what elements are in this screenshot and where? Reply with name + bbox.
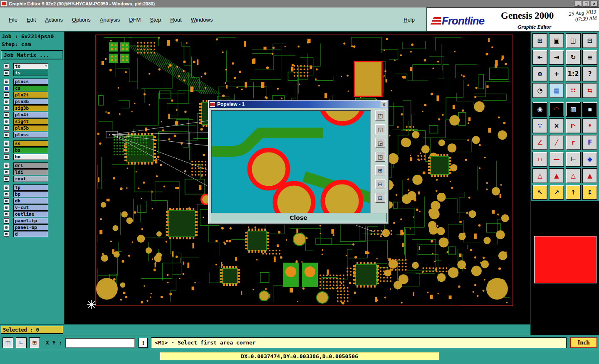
angle-snap-icon[interactable]: ∟ (16, 337, 27, 348)
measure-radius-pt-icon[interactable]: r· (566, 118, 581, 133)
menu-item-help[interactable]: Help (399, 15, 422, 25)
menu-item-step[interactable]: Step (145, 15, 166, 25)
tile-windows-icon[interactable]: ◫ (566, 33, 581, 48)
layer-name-pln2t[interactable]: pln2t (13, 92, 48, 98)
select-arrow-up-icon[interactable]: ↑ (566, 185, 581, 200)
popview-pan-right-icon[interactable]: ⊞ (375, 165, 385, 175)
pan-left-icon[interactable]: ⇤ (532, 50, 547, 65)
zoom-previous-icon[interactable]: ↻ (566, 50, 581, 65)
layer-visibility-checkbox[interactable] (4, 212, 9, 217)
dfm-triangle-2-icon[interactable]: ▲ (549, 168, 564, 183)
dimension-icon[interactable]: ⊢ (566, 152, 581, 167)
swap-layers-icon[interactable]: ⇆ (582, 83, 597, 98)
clear-selection-icon[interactable]: × (549, 118, 564, 133)
measure-angle-icon[interactable]: ∠ (532, 135, 547, 150)
layer-name-outline[interactable]: outline (13, 211, 48, 217)
layer-visibility-checkbox[interactable] (4, 64, 9, 69)
layer-visibility-checkbox[interactable] (4, 148, 9, 153)
new-view-icon[interactable]: ⊞ (532, 33, 547, 48)
dfm-triangle-1-icon[interactable]: △ (532, 168, 547, 183)
layer-name-plnss[interactable]: plnss (13, 132, 48, 138)
minimize-button[interactable]: _ (575, 1, 582, 7)
menu-item-rout[interactable]: Rout (166, 15, 186, 25)
job-matrix-button[interactable]: Job Matrix ... (1, 50, 63, 59)
redraw-gauge-icon[interactable]: ◔ (532, 83, 547, 98)
menu-item-dfm[interactable]: DFM (124, 15, 145, 25)
net-points-icon[interactable]: ∵ (532, 118, 547, 133)
layer-name-d[interactable]: d (13, 231, 48, 237)
grid-snap-icon[interactable]: ⊞ (29, 337, 40, 348)
layer-visibility-checkbox[interactable] (4, 86, 9, 91)
layer-visibility-checkbox[interactable] (4, 163, 9, 168)
measure-dash-icon[interactable]: — (549, 152, 564, 167)
dfm-triangle-3-icon[interactable]: △ (566, 168, 581, 183)
highlight-pads-icon[interactable]: ∷ (566, 83, 581, 98)
menu-item-analysis[interactable]: Analysis (95, 15, 124, 25)
popview-pan-left-icon[interactable]: ◳ (375, 152, 385, 162)
layer-visibility-checkbox[interactable] (4, 99, 9, 104)
select-arrow-ne-icon[interactable]: ↗ (549, 185, 564, 200)
help-mode-icon[interactable]: ? (582, 66, 597, 81)
measure-point-icon[interactable]: • (582, 118, 597, 133)
close-button[interactable]: × (591, 1, 598, 7)
menu-item-options[interactable]: Options (67, 15, 95, 25)
layer-name-to[interactable]: to✎ (13, 63, 48, 69)
layer-name-sig4t[interactable]: sig4t (13, 118, 48, 125)
layer-visibility-checkbox[interactable] (4, 132, 9, 138)
measure-radius-icon[interactable]: r (566, 135, 581, 150)
layer-name-ts[interactable]: ts (13, 70, 48, 76)
layer-name-tp[interactable]: tp (13, 184, 48, 191)
layer-visibility-checkbox[interactable] (4, 141, 9, 146)
layer-name-ldi[interactable]: ldi (13, 169, 48, 175)
hatch-fill-icon[interactable]: ▥ (566, 102, 581, 117)
zoom-center-icon[interactable]: ⊕ (532, 66, 547, 81)
zoom-1-2-icon[interactable]: 1:2 (566, 66, 581, 81)
menu-item-edit[interactable]: Edit (22, 15, 40, 25)
alert-button[interactable]: ! (139, 338, 148, 348)
layer-visibility-checkbox[interactable] (4, 154, 9, 160)
split-view-icon[interactable]: ⊟ (582, 33, 597, 48)
menu-item-actions[interactable]: Actions (40, 15, 67, 25)
function-icon[interactable]: F (582, 135, 597, 150)
units-button[interactable]: Inch (570, 337, 597, 348)
dfm-triangle-4-icon[interactable]: ▲ (582, 168, 597, 183)
layer-name-sig3b[interactable]: sig3b (13, 105, 48, 111)
layer-name-bs[interactable]: bs (13, 147, 48, 153)
layer-visibility-checkbox[interactable] (4, 176, 9, 182)
popview-new-window-icon[interactable]: ◰ (375, 111, 385, 121)
popview-canvas[interactable] (211, 110, 371, 214)
pad-dot-icon[interactable]: ▪ (582, 102, 597, 117)
layer-name-pln3b[interactable]: pln3b (13, 98, 48, 105)
layer-name-panel-tp[interactable]: panel-tp (13, 218, 48, 224)
xy-input[interactable] (65, 338, 135, 348)
maximize-button[interactable]: □ (583, 1, 590, 7)
layer-name-drl[interactable]: drl (13, 162, 48, 169)
layer-visibility-checkbox[interactable] (4, 112, 9, 118)
popview-pan-up-icon[interactable]: ◱ (375, 124, 385, 134)
layer-visibility-checkbox[interactable] (4, 106, 9, 111)
layer-visibility-checkbox[interactable] (4, 198, 9, 204)
marker-box-icon[interactable]: ▫ (532, 152, 547, 167)
pan-right-icon[interactable]: ⇥ (549, 50, 564, 65)
popview-zoom-icon[interactable]: ⊟ (375, 179, 385, 189)
arc-mode-icon[interactable]: ◠ (549, 102, 564, 117)
layer-name-plncs[interactable]: plncs (13, 79, 48, 85)
menu-item-windows[interactable]: Windows (186, 15, 218, 25)
pcb-canvas[interactable]: Popview - 1 × ◰◱◲◳⊞⊟⊡ Close (64, 32, 530, 324)
popview-fit-icon[interactable]: ⊡ (375, 193, 385, 203)
layer-name-cs[interactable]: cs (13, 85, 48, 91)
overlay-layers-icon[interactable]: ≡ (582, 50, 597, 65)
menu-item-file[interactable]: File (4, 15, 22, 25)
layer-visibility-checkbox[interactable] (4, 119, 9, 124)
layer-visibility-checkbox[interactable] (4, 231, 9, 237)
layer-name-panel-bp[interactable]: panel-bp (13, 224, 48, 231)
popview-close-x-button[interactable]: × (381, 101, 387, 107)
layer-visibility-checkbox[interactable] (4, 70, 9, 76)
layer-name-ss[interactable]: ss (13, 140, 48, 147)
layer-visibility-checkbox[interactable] (4, 92, 9, 98)
layer-visibility-checkbox[interactable] (4, 79, 9, 84)
popview-titlebar[interactable]: Popview - 1 × (209, 101, 388, 108)
select-arrow-nw-icon[interactable]: ↖ (532, 185, 547, 200)
origin-target-icon[interactable]: ◉ (532, 102, 547, 117)
layer-visibility-checkbox[interactable] (4, 185, 9, 190)
